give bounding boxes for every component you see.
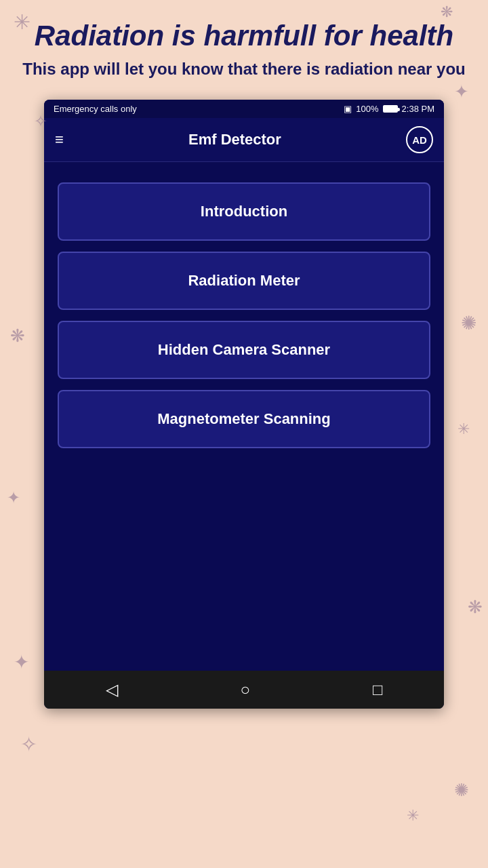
menu-item-magnetometer-scanning[interactable]: Magnetometer Scanning <box>58 390 430 448</box>
main-content: IntroductionRadiation MeterHidden Camera… <box>44 162 444 671</box>
recent-apps-button[interactable]: □ <box>373 680 383 699</box>
decorative-star-4: ✺ <box>461 312 476 334</box>
home-button[interactable]: ○ <box>241 680 251 699</box>
header-area: Radiation is harmfull for health This ap… <box>0 0 488 93</box>
decorative-star-8: ✧ <box>20 732 37 756</box>
subheadline: This app will let you know that there is… <box>14 58 474 79</box>
decorative-star-6: ❋ <box>468 597 483 618</box>
decorative-star-10: ✳ <box>407 807 419 825</box>
time-display: 2:38 PM <box>402 104 434 114</box>
app-toolbar: ≡ Emf Detector AD <box>44 118 444 162</box>
decorative-star-9: ✺ <box>454 780 469 801</box>
decorative-star-12: ✦ <box>7 488 20 507</box>
nav-bar: ◁ ○ □ <box>44 671 444 709</box>
menu-item-hidden-camera-scanner[interactable]: Hidden Camera Scanner <box>58 321 430 379</box>
menu-item-introduction[interactable]: Introduction <box>58 182 430 241</box>
headline: Radiation is harmfull for health <box>14 20 474 52</box>
menu-button-icon[interactable]: ≡ <box>55 131 64 149</box>
battery-icon <box>383 105 398 113</box>
battery-percent: 100% <box>356 104 378 114</box>
decorative-star-5: ✳ <box>458 420 470 438</box>
status-bar: Emergency calls only ▣ 100% 2:38 PM <box>44 100 444 118</box>
phone-frame: Emergency calls only ▣ 100% 2:38 PM ≡ Em… <box>44 100 444 709</box>
ad-badge[interactable]: AD <box>406 126 433 153</box>
status-right: ▣ 100% 2:38 PM <box>344 104 434 114</box>
back-button[interactable]: ◁ <box>106 680 118 699</box>
decorative-star-7: ✦ <box>14 651 29 673</box>
app-title: Emf Detector <box>188 131 281 149</box>
emergency-calls-text: Emergency calls only <box>54 104 137 114</box>
menu-item-radiation-meter[interactable]: Radiation Meter <box>58 252 430 310</box>
sim-icon: ▣ <box>344 104 352 114</box>
decorative-star-11: ❋ <box>10 326 25 347</box>
